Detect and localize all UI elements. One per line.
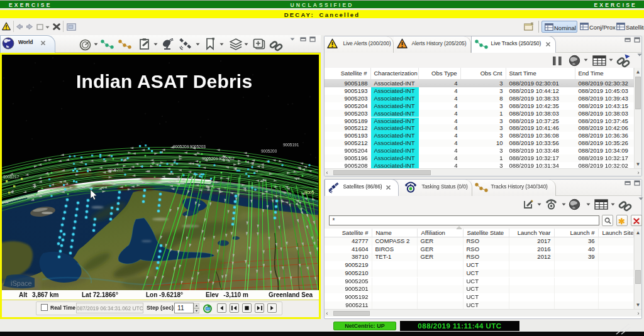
- svg-text:9005212: 9005212: [108, 168, 124, 172]
- svg-text:9005217: 9005217: [3, 175, 19, 179]
- svg-text:9005191: 9005191: [283, 143, 299, 147]
- svg-text:9005209 9005203: 9005209 9005203: [173, 144, 206, 149]
- svg-text:9005: 9005: [304, 190, 314, 195]
- svg-text:iSpace: iSpace: [11, 279, 32, 287]
- svg-text:9005209 9005202: 9005209 9005202: [202, 156, 235, 161]
- svg-text:9005200: 9005200: [261, 149, 277, 153]
- svg-text:Indian ASAT Debris: Indian ASAT Debris: [76, 71, 252, 92]
